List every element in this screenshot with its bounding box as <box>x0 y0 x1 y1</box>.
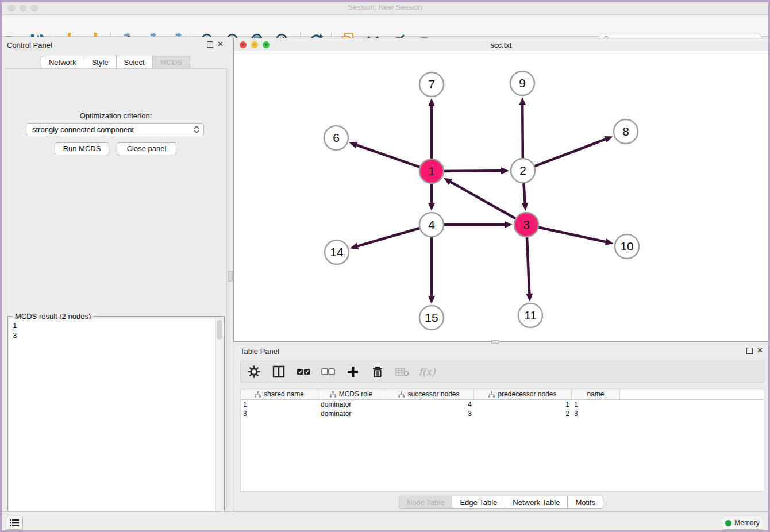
function-builder-icon[interactable]: f(x) <box>419 364 434 379</box>
edge-arrowhead-icon <box>505 221 513 228</box>
result-scrollbar[interactable] <box>215 319 223 530</box>
delete-column-icon[interactable] <box>370 364 385 379</box>
edge-arrowhead-icon <box>428 203 435 211</box>
table-panel-tabs: Node Table Edge Table Network Table Moti… <box>233 496 769 509</box>
graph-node-label: 1 <box>428 164 435 178</box>
tab-edge-table[interactable]: Edge Table <box>452 496 505 509</box>
network-view-window: ✕ − + scc.txt 1234678910111415 <box>233 38 769 342</box>
list-icon <box>10 519 19 527</box>
edge-arrowhead-icon <box>501 167 509 174</box>
memory-status-icon <box>725 520 732 526</box>
tab-style[interactable]: Style <box>84 56 117 69</box>
node-table-header: shared name MCDS role successor nodes pr… <box>241 389 764 400</box>
column-layout-icon[interactable] <box>271 364 286 379</box>
graph-node-label: 8 <box>622 125 629 138</box>
network-window-titlebar[interactable]: ✕ − + scc.txt <box>234 38 768 51</box>
edge-arrowhead-icon <box>349 142 358 148</box>
graph-node-label: 3 <box>523 218 530 231</box>
gear-icon[interactable] <box>247 364 261 379</box>
optimization-criterion-value: strongly connected component <box>32 125 134 134</box>
close-panel-button[interactable]: Close panel <box>117 142 176 155</box>
dropdown-stepper-icon <box>192 125 201 134</box>
control-panel-header: Control Panel ✕ <box>0 37 231 53</box>
column-header-successor-nodes[interactable]: successor nodes <box>384 389 474 399</box>
tree-icon <box>255 391 261 398</box>
column-header-name[interactable]: name <box>572 389 620 399</box>
optimization-criterion-select[interactable]: strongly connected component <box>26 123 204 136</box>
status-bar: Memory <box>0 511 770 532</box>
task-history-button[interactable] <box>6 516 23 530</box>
tab-select[interactable]: Select <box>117 56 153 69</box>
tab-node-table[interactable]: Node Table <box>399 496 453 509</box>
memory-label: Memory <box>734 519 759 527</box>
column-header-shared-name[interactable]: shared name <box>241 389 318 399</box>
graph-edge-3-1[interactable] <box>451 182 526 225</box>
float-table-panel-icon[interactable] <box>746 348 753 354</box>
mcds-result-box: MCDS result (2 nodes) 1 3 <box>7 316 225 531</box>
tree-icon <box>398 391 405 398</box>
memory-button[interactable]: Memory <box>722 516 763 530</box>
table-row[interactable]: 3 dominator 3 2 3 <box>241 409 764 418</box>
edge-arrowhead-icon <box>526 294 533 302</box>
tab-mcds[interactable]: MCDS <box>153 56 190 69</box>
select-all-checked-icon[interactable] <box>296 364 311 379</box>
graph-node-label: 15 <box>425 311 438 324</box>
window-titlebar: Session: New Session <box>0 0 770 15</box>
tab-motifs[interactable]: Motifs <box>568 496 603 509</box>
result-line: 3 <box>13 330 17 340</box>
edge-arrowhead-icon <box>605 238 614 245</box>
table-panel-header: Table Panel ✕ <box>233 343 769 359</box>
optimization-criterion-label: Optimization criterion: <box>5 111 226 120</box>
close-table-panel-icon[interactable]: ✕ <box>757 346 763 354</box>
tab-network[interactable]: Network <box>41 56 84 69</box>
edge-arrowhead-icon <box>519 97 526 105</box>
graph-node-label: 4 <box>428 218 435 231</box>
float-panel-icon[interactable] <box>207 41 213 48</box>
graph-node-label: 2 <box>519 164 526 177</box>
window-title: Session: New Session <box>0 3 770 11</box>
table-toolbar: f(x) <box>240 361 764 383</box>
tree-icon <box>488 391 495 398</box>
horizontal-splitter-grip[interactable] <box>491 340 499 344</box>
edge-arrowhead-icon <box>350 243 359 250</box>
graph-node-label: 7 <box>428 78 435 91</box>
graph-node-label: 6 <box>333 131 340 144</box>
result-line: 1 <box>13 321 17 330</box>
control-panel-tabs: Network Style Select MCDS <box>0 56 231 69</box>
main-toolbar <box>0 15 770 37</box>
mcds-result-text[interactable]: 1 3 <box>9 319 223 530</box>
graph-node-label: 10 <box>620 240 633 253</box>
network-graph-canvas[interactable]: 1234678910111415 <box>234 51 768 341</box>
tree-icon <box>330 391 336 398</box>
edge-arrowhead-icon <box>428 98 435 106</box>
table-panel-title: Table Panel <box>240 347 279 356</box>
network-window-title: scc.txt <box>234 41 768 49</box>
graph-node-label: 11 <box>524 309 537 322</box>
run-mcds-button[interactable]: Run MCDS <box>55 142 109 155</box>
deselect-all-icon[interactable] <box>321 364 336 379</box>
edge-arrowhead-icon <box>522 203 529 211</box>
table-panel: Table Panel ✕ f(x) shared n <box>233 343 769 511</box>
close-panel-icon[interactable]: ✕ <box>217 40 224 48</box>
node-table: shared name MCDS role successor nodes pr… <box>240 388 764 492</box>
graph-node-label: 9 <box>519 76 526 90</box>
tab-network-table[interactable]: Network Table <box>505 496 568 509</box>
graph-node-label: 14 <box>330 245 344 259</box>
graph-edge-2-8[interactable] <box>523 139 605 171</box>
mcds-panel-body: Optimization criterion: strongly connect… <box>5 68 227 508</box>
splitter-grip[interactable] <box>228 271 233 282</box>
edge-arrowhead-icon <box>428 296 435 304</box>
control-panel: Control Panel ✕ Network Style Select MCD… <box>0 37 231 511</box>
column-header-mcds-role[interactable]: MCDS role <box>318 389 384 399</box>
edge-arrowhead-icon <box>604 136 613 142</box>
delete-table-icon[interactable] <box>395 364 410 379</box>
control-panel-title: Control Panel <box>7 41 52 49</box>
column-header-predecessor-nodes[interactable]: predecessor nodes <box>474 389 572 399</box>
add-column-icon[interactable] <box>345 364 360 379</box>
table-row[interactable]: 1 dominator 4 1 1 <box>241 400 764 409</box>
